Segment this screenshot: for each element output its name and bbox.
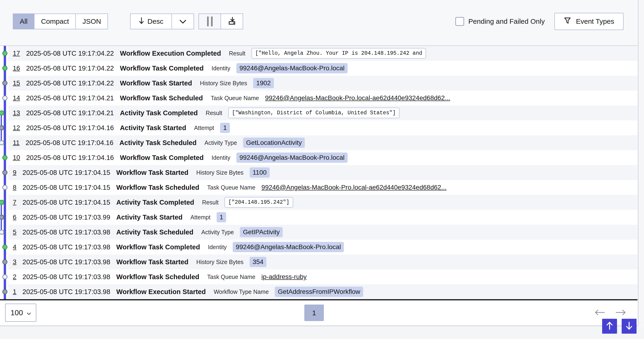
event-row[interactable]: 17 2025-05-08 UTC 19:17:04.22 Workflow E… [8,46,638,61]
event-detail-value[interactable]: ip-address-ruby [262,273,307,280]
current-page-badge[interactable]: 1 [304,304,324,321]
chevron-down-icon [27,308,31,317]
pending-failed-checkbox[interactable] [455,17,464,26]
event-id-link[interactable]: 1 [13,288,16,295]
event-row[interactable]: 1 2025-05-08 UTC 19:17:03.98 Workflow Ex… [8,284,638,299]
event-detail-label: Task Queue Name [207,273,256,280]
event-id-link[interactable]: 12 [13,124,20,132]
event-id-link[interactable]: 10 [13,154,20,161]
event-timestamp: 2025-05-08 UTC 19:17:04.15 [22,184,110,191]
event-id-link[interactable]: 14 [13,94,20,102]
event-timestamp: 2025-05-08 UTC 19:17:03.98 [22,273,110,281]
sort-label: Desc [148,18,163,25]
event-name: Workflow Task Scheduled [116,273,200,281]
event-detail-label: Attempt [190,214,210,221]
event-timestamp: 2025-05-08 UTC 19:17:04.22 [26,50,114,57]
event-detail-label: History Size Bytes [200,80,247,87]
event-row[interactable]: 15 2025-05-08 UTC 19:17:04.22 Workflow T… [8,76,638,91]
event-timestamp: 2025-05-08 UTC 19:17:03.98 [22,258,110,266]
scroll-to-bottom-button[interactable] [622,319,636,334]
pause-button[interactable] [198,14,221,29]
event-row[interactable]: 16 2025-05-08 UTC 19:17:04.22 Workflow T… [8,61,638,76]
event-detail-label: Identity [212,65,230,72]
event-detail-label: Task Queue Name [207,184,256,191]
chevron-down-icon [180,18,186,25]
event-id-link[interactable]: 5 [13,228,16,236]
event-detail-value: 99246@Angelas-MacBook-Pro.local [233,242,344,252]
event-id-link[interactable]: 7 [13,199,16,206]
tab-json[interactable]: JSON [76,14,108,29]
event-detail-label: Result [229,50,246,57]
event-timestamp: 2025-05-08 UTC 19:17:04.21 [26,109,114,117]
event-status-marker [2,289,8,294]
tab-all[interactable]: All [13,14,34,29]
event-detail-label: Identity [208,244,227,250]
event-detail-value[interactable]: 99246@Angelas-MacBook-Pro.local-ae62d440… [262,184,447,191]
event-timestamp: 2025-05-08 UTC 19:17:03.98 [22,228,110,236]
event-types-button[interactable]: Event Types [554,13,624,30]
toolbar: All Compact JSON Desc [0,0,638,45]
sort-desc-button[interactable]: Desc [130,14,172,29]
sort-dropdown-button[interactable] [172,14,194,29]
event-name: Workflow Task Scheduled [120,94,203,102]
event-detail-value: ["Washington, District of Columbia, Unit… [228,108,400,118]
tab-compact[interactable]: Compact [34,14,76,29]
event-name: Workflow Task Started [116,169,188,176]
event-id-link[interactable]: 13 [13,109,20,117]
event-id-link[interactable]: 3 [13,258,16,266]
download-icon [228,16,236,27]
event-row[interactable]: 14 2025-05-08 UTC 19:17:04.21 Workflow T… [8,91,638,106]
event-id-link[interactable]: 11 [13,139,20,146]
event-row[interactable]: 10 2025-05-08 UTC 19:17:04.16 Workflow T… [8,150,638,165]
event-status-marker [2,170,8,175]
event-name: Workflow Task Started [116,258,188,266]
event-row[interactable]: 5 2025-05-08 UTC 19:17:03.98 Activity Ta… [8,225,638,240]
event-row[interactable]: 12 2025-05-08 UTC 19:17:04.16 Activity T… [8,120,638,135]
event-row[interactable]: 7 2025-05-08 UTC 19:17:04.15 Activity Ta… [8,195,638,210]
event-id-link[interactable]: 6 [13,213,16,221]
filter-funnel-icon [564,17,571,26]
event-row[interactable]: 3 2025-05-08 UTC 19:17:03.98 Workflow Ta… [8,254,638,269]
event-row[interactable]: 2 2025-05-08 UTC 19:17:03.98 Workflow Ta… [8,269,638,284]
event-name: Activity Task Scheduled [116,228,193,236]
previous-page-button[interactable] [595,308,606,317]
event-detail-value: 99246@Angelas-MacBook-Pro.local [236,153,348,163]
event-detail-value: 1100 [250,167,270,178]
event-id-link[interactable]: 16 [13,65,20,72]
event-id-link[interactable]: 2 [13,273,16,280]
event-status-marker [2,185,8,190]
event-detail-value: ["Hello, Angela Zhou. Your IP is 204.148… [252,48,426,59]
event-row[interactable]: 11 2025-05-08 UTC 19:17:04.16 Activity T… [8,135,638,150]
event-row[interactable]: 13 2025-05-08 UTC 19:17:04.21 Activity T… [8,106,638,120]
scroll-to-top-button[interactable] [602,319,617,334]
event-detail-value[interactable]: 99246@Angelas-MacBook-Pro.local-ae62d440… [265,94,450,102]
event-name: Workflow Task Started [120,79,192,87]
event-status-marker [2,66,8,71]
event-row[interactable]: 9 2025-05-08 UTC 19:17:04.15 Workflow Ta… [8,165,638,180]
event-status-marker [2,51,8,56]
event-name: Workflow Task Scheduled [116,184,200,191]
event-name: Activity Task Started [116,213,183,221]
event-detail-value: 1 [216,212,226,222]
event-id-link[interactable]: 17 [13,50,20,57]
page-size-select[interactable]: 100 [5,304,36,322]
event-id-link[interactable]: 8 [13,184,16,191]
download-button[interactable] [220,14,243,29]
pending-failed-label: Pending and Failed Only [468,18,545,25]
event-timestamp: 2025-05-08 UTC 19:17:04.16 [26,154,114,162]
event-row[interactable]: 8 2025-05-08 UTC 19:17:04.15 Workflow Ta… [8,180,638,195]
event-row[interactable]: 4 2025-05-08 UTC 19:17:03.98 Workflow Ta… [8,240,638,254]
event-id-link[interactable]: 9 [13,169,16,176]
event-id-link[interactable]: 4 [13,243,16,251]
event-detail-value: 99246@Angelas-MacBook-Pro.local [236,63,348,73]
event-timestamp: 2025-05-08 UTC 19:17:04.16 [26,139,113,147]
history-actions [198,14,243,29]
scrollbar-gutter[interactable] [638,0,644,325]
next-page-button[interactable] [616,308,627,317]
event-status-marker [2,96,8,101]
event-id-link[interactable]: 15 [13,79,20,87]
event-row[interactable]: 6 2025-05-08 UTC 19:17:03.99 Activity Ta… [8,210,638,225]
arrow-left-icon [595,310,605,316]
event-detail-label: History Size Bytes [196,169,244,176]
event-types-label: Event Types [576,18,614,25]
